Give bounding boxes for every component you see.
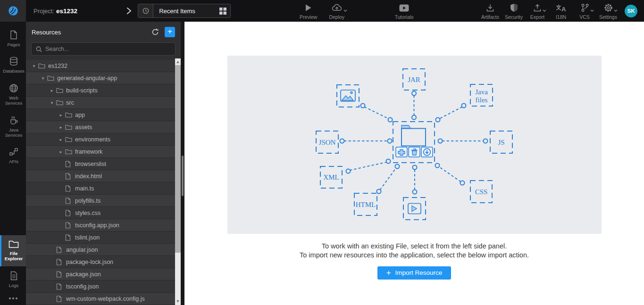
sidebar-item-label: File Explorer [2,251,25,262]
tree-item-build-scripts[interactable]: ▸build-scripts [26,84,175,97]
settings-label: Settings [599,14,617,20]
file-icon [65,222,75,229]
wavemaker-logo[interactable] [0,0,26,22]
caret-down-icon[interactable]: ▾ [39,76,47,81]
folder-icon [65,136,75,142]
export-button[interactable]: Export [527,0,548,22]
refresh-icon[interactable] [151,28,159,36]
globe-icon [9,83,18,93]
tree-item-label: framework [75,148,102,155]
search-icon [36,46,42,52]
coffee-cup-icon [9,115,18,125]
cloud-upload-icon [331,3,343,13]
tree-item-styles.css[interactable]: styles.css [26,207,175,219]
sidebar-item-label: Web Services [2,95,25,106]
sidebar-item-apis[interactable]: APIs [0,142,26,169]
tree-item-es1232[interactable]: ▾es1232 [26,60,175,72]
tree-scrollbar[interactable] [175,58,181,305]
caret-right-icon[interactable]: ▸ [57,149,65,154]
settings-button[interactable]: Settings [597,0,619,22]
file-icon [65,161,75,167]
tree-item-label: wm-custom-webpack.config.js [66,296,145,302]
git-branch-icon [580,3,589,13]
caret-right-icon[interactable]: ▸ [57,125,65,130]
panel-divider[interactable] [181,22,184,305]
tree-item-label: angular.json [66,247,98,253]
tree-item-environments[interactable]: ▸environments [26,133,175,146]
import-resource-button[interactable]: + Import Resource [377,266,452,280]
json-label: JSON [318,139,335,146]
history-clock-icon [138,4,153,17]
tree-item-label: tslint.json [75,234,100,241]
tree-item-generated-angular-app[interactable]: ▾generated-angular-app [26,72,175,84]
sidebar-item-java-services[interactable]: Java Services [0,111,26,143]
security-label: Security [505,14,523,20]
sidebar-item-web-services[interactable]: Web Services [0,79,26,111]
vcs-button[interactable]: VCS [574,0,595,22]
divider-scroll-thumb[interactable] [182,156,184,196]
scroll-up-icon[interactable] [176,61,179,63]
tree-item-angular.json[interactable]: angular.json [26,244,175,256]
import-diagram-panel: JAR Java files JSON JS XML CSS [227,56,602,234]
tree-item-package-lock.json[interactable]: package-lock.json [26,256,175,268]
gear-icon [604,3,613,13]
tree-item-browserslist[interactable]: browserslist [26,158,175,170]
file-types-diagram: JAR Java files JSON JS XML CSS [227,56,602,234]
caret-right-icon[interactable]: ▸ [48,88,56,93]
play-icon [305,3,312,13]
deploy-button[interactable]: Deploy [326,0,348,22]
tree-item-polyfills.ts[interactable]: polyfills.ts [26,195,175,207]
caret-right-icon[interactable]: ▸ [57,113,65,117]
tree-item-framework[interactable]: ▸framework [26,146,175,158]
tree-item-tsconfig.json[interactable]: tsconfig.json [26,280,175,293]
tree-item-main.ts[interactable]: main.ts [26,182,175,195]
scrollbar-thumb[interactable] [175,65,181,253]
preview-button[interactable]: Preview [298,0,319,22]
tree-item-label: app [75,112,85,118]
recent-items-dropdown[interactable]: Recent Items [138,4,231,18]
tree-item-index.html[interactable]: index.html [26,170,175,182]
tree-item-assets[interactable]: ▸assets [26,121,175,133]
sidebar-item-logs[interactable]: Logs [0,266,26,293]
grid-view-icon[interactable] [216,8,230,15]
central-folder-node [393,122,435,163]
sidebar-item-file-explorer[interactable]: File Explorer [0,235,26,266]
tree-item-label: polyfills.ts [75,198,100,204]
security-button[interactable]: Security [503,0,525,22]
project-name: es1232 [56,8,77,15]
tree-item-label: package.json [66,271,101,278]
user-avatar[interactable]: SK [625,5,637,17]
folder-icon [8,240,19,248]
shield-icon [510,3,518,13]
tree-item-tsconfig.app.json[interactable]: tsconfig.app.json [26,219,175,231]
tree-item-label: tsconfig.app.json [75,222,119,229]
i18n-button[interactable]: A I18N [550,0,572,22]
sidebar-item-label: APIs [9,159,18,164]
tree-item-package.json[interactable]: package.json [26,268,175,280]
file-icon [56,259,66,265]
folder-icon [38,63,48,69]
add-resource-button[interactable]: + [165,27,175,37]
caret-down-icon[interactable]: ▾ [48,100,56,105]
scroll-down-icon[interactable] [176,300,179,303]
deploy-label: Deploy [329,14,344,20]
tree-item-src[interactable]: ▾src [26,97,175,109]
export-up-icon [533,3,542,13]
export-label: Export [530,14,544,20]
more-options-icon[interactable] [0,293,26,305]
chevron-right-icon[interactable] [125,7,132,15]
tree-item-wm-custom-webpack.config.js[interactable]: wm-custom-webpack.config.js [26,293,175,305]
css-label: CSS [475,188,487,196]
project-indicator[interactable]: Project:es1232 [33,8,77,15]
tree-item-app[interactable]: ▸app [26,109,175,121]
caret-right-icon[interactable]: ▸ [57,137,65,142]
tutorials-button[interactable]: Tutorials [393,0,416,22]
tutorials-label: Tutorials [395,14,414,20]
sidebar-item-databases[interactable]: Databases [0,52,26,78]
sidebar-item-pages[interactable]: Pages [0,25,26,52]
artifacts-button[interactable]: Artifacts [479,0,501,22]
search-input[interactable] [45,46,171,52]
tree-item-tslint.json[interactable]: tslint.json [26,231,175,244]
plus-icon: + [386,270,391,276]
caret-down-icon[interactable]: ▾ [30,64,38,68]
